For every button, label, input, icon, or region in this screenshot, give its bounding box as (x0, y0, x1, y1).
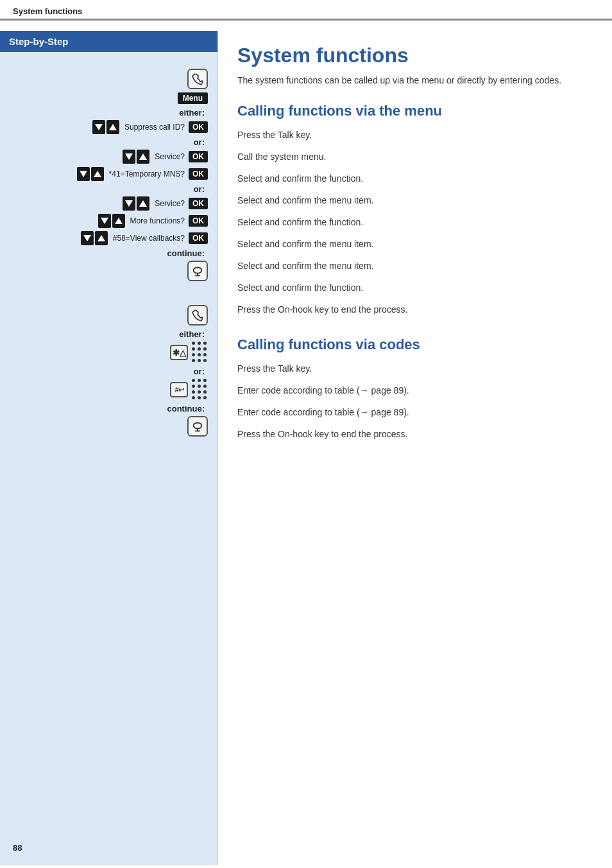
keypad-dots-1 (192, 342, 208, 363)
nav-arrows-callbacks[interactable] (81, 231, 108, 245)
nav-arrows-more[interactable] (98, 214, 125, 228)
sidebar-star-keypad: ✱△ (6, 342, 211, 363)
content-onhook-1: Press the On-hook key to end the process… (237, 303, 593, 321)
content-code-hash: Enter code according to table (→ page 89… (237, 406, 593, 424)
sidebar-talk-key-2 (6, 305, 211, 326)
arrow-up-service1[interactable] (137, 150, 149, 164)
sidebar-service-1: Service? OK (6, 150, 211, 164)
sidebar-callbacks: #58=View callbacks? OK (6, 231, 211, 245)
keypad-dots-2 (192, 379, 208, 401)
arrow-down-mns[interactable] (77, 167, 90, 181)
ok-service2[interactable]: OK (189, 198, 208, 209)
sidebar-onhook-1 (6, 261, 211, 281)
sidebar-menu-btn: Menu (6, 92, 211, 104)
main-content: System functions The system functions ca… (218, 31, 612, 865)
sidebar-hash-keypad: #↩ (6, 379, 211, 401)
arrow-up-callbacks[interactable] (95, 231, 108, 245)
arrow-up-more[interactable] (112, 214, 125, 228)
section2-title: Calling functions via codes (237, 336, 593, 353)
ok-callbacks[interactable]: OK (189, 232, 208, 244)
section1-title: Calling functions via the menu (237, 103, 593, 119)
content-code-star: Enter code according to table (→ page 89… (237, 384, 593, 402)
hash-key-icon: #↩ (170, 382, 188, 397)
hash-keypad-group: #↩ (170, 379, 208, 401)
more-fn-text: More functions? (130, 216, 185, 225)
service1-instruction: Select and confirm the menu item. (237, 194, 593, 207)
page-number: 88 (13, 843, 22, 853)
nav-arrows-service1[interactable] (123, 150, 149, 164)
ok-more[interactable]: OK (189, 215, 208, 227)
more-fn-instruction: Select and confirm the menu item. (237, 259, 593, 273)
talk-key-icon-1 (187, 69, 208, 89)
service2-text: Service? (155, 199, 185, 208)
onhook-icon-1 (187, 261, 208, 281)
page-header: System functions (0, 0, 612, 20)
content-service-2: Select and confirm the menu item. (237, 238, 593, 256)
menu-instruction: Call the system menu. (237, 150, 593, 164)
code-hash-instruction: Enter code according to table (→ page 89… (237, 406, 593, 419)
header-title: System functions (13, 6, 82, 16)
intro-text: The system functions can be called up vi… (237, 74, 593, 87)
content-onhook-2: Press the On-hook key to end the process… (237, 428, 593, 446)
content-service-1: Select and confirm the menu item. (237, 194, 593, 212)
suppress-call-text: Suppress call ID? (124, 123, 185, 132)
onhook2-instruction: Press the On-hook key to end the process… (237, 428, 593, 441)
star-key-icon: ✱△ (170, 345, 188, 360)
sidebar-more-fn: More functions? OK (6, 214, 211, 228)
nav-arrows-service2[interactable] (123, 196, 149, 211)
content-talk-key-2: Press the Talk key. (237, 362, 593, 380)
arrow-down-service1[interactable] (123, 150, 135, 164)
sidebar-onhook-2 (6, 416, 211, 437)
sidebar-continue-2: continue: (6, 404, 211, 413)
content-suppress-call: Select and confirm the function. (237, 172, 593, 190)
star-keypad-group: ✱△ (170, 342, 208, 363)
sidebar-temp-mns: *41=Temporary MNS? OK (6, 167, 211, 181)
menu-button[interactable]: Menu (178, 92, 208, 104)
sidebar-either-1: either: (6, 108, 211, 117)
onhook1-instruction: Press the On-hook key to end the process… (237, 303, 593, 317)
content-temp-mns: Select and confirm the function. (237, 216, 593, 234)
content-more-fn: Select and confirm the menu item. (237, 259, 593, 277)
code-star-instruction: Enter code according to table (→ page 89… (237, 384, 593, 397)
sidebar-talk-key-1 (6, 69, 211, 89)
ok-suppress[interactable]: OK (189, 121, 208, 133)
service2-instruction: Select and confirm the menu item. (237, 238, 593, 251)
callbacks-instruction: Select and confirm the function. (237, 281, 593, 295)
svg-point-3 (194, 423, 202, 429)
ok-service1[interactable]: OK (189, 151, 208, 162)
sidebar-either-2: either: (6, 329, 211, 339)
sidebar-continue-1: continue: (6, 248, 211, 258)
callbacks-text: #58=View callbacks? (113, 234, 185, 243)
talk-key-icon-2 (187, 305, 208, 326)
mns-text: *41=Temporary MNS? (109, 169, 185, 178)
arrow-up-service2[interactable] (137, 196, 149, 211)
page-title: System functions (237, 44, 593, 67)
arrow-down-service2[interactable] (123, 196, 135, 211)
ok-mns[interactable]: OK (189, 168, 208, 180)
sidebar-or-1: or: (6, 137, 211, 147)
nav-arrows-suppress[interactable] (92, 120, 119, 134)
content-talk-key-1: Press the Talk key. (237, 128, 593, 146)
suppress-instruction: Select and confirm the function. (237, 172, 593, 186)
nav-arrows-mns[interactable] (77, 167, 104, 181)
sidebar-content: Menu either: Suppress call ID? OK (0, 58, 217, 453)
mns-instruction: Select and confirm the function. (237, 216, 593, 229)
content-callbacks: Select and confirm the function. (237, 281, 593, 299)
arrow-up-mns[interactable] (91, 167, 104, 181)
onhook-icon-2 (187, 416, 208, 437)
arrow-down-more[interactable] (98, 214, 111, 228)
service1-text: Service? (155, 152, 185, 161)
sidebar: Step-by-Step Menu either: (0, 31, 218, 865)
arrow-down-suppress[interactable] (92, 120, 105, 134)
talk-key-instruction-1: Press the Talk key. (237, 128, 593, 142)
talk-key-instruction-2: Press the Talk key. (237, 362, 593, 376)
content-menu: Call the system menu. (237, 150, 593, 168)
arrow-up-suppress[interactable] (106, 120, 119, 134)
sidebar-service-2: Service? OK (6, 196, 211, 211)
arrow-down-callbacks[interactable] (81, 231, 94, 245)
sidebar-header: Step-by-Step (0, 31, 217, 52)
sidebar-or-2: or: (6, 184, 211, 194)
sidebar-or-3: or: (6, 367, 211, 376)
sidebar-suppress-call: Suppress call ID? OK (6, 120, 211, 134)
svg-point-0 (194, 268, 202, 273)
